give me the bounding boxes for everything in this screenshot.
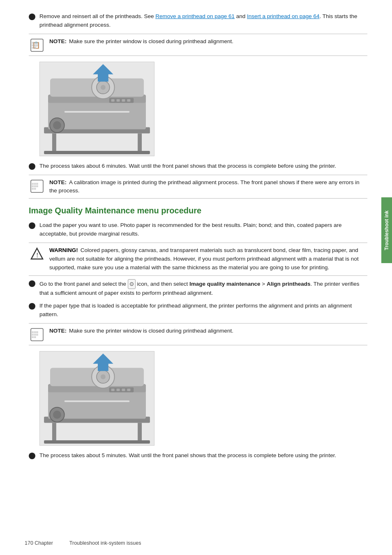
section-heading: Image Quality Maintenance menu procedure (29, 206, 367, 215)
svg-rect-16 (65, 111, 130, 113)
bullet4-bold1: Image quality maintenance (189, 281, 261, 287)
svg-text:≡≡: ≡≡ (32, 187, 36, 191)
note-box-3: ≡≡≡ ≡≡≡ ≡≡ NOTE:Make sure the printer wi… (29, 323, 367, 345)
bullet-item-4: Go to the front panel and select the ⊙ i… (29, 279, 367, 298)
note-text-1: NOTE:Make sure the printer window is clo… (49, 37, 367, 46)
side-tab: Troubleshoot ink (381, 197, 392, 263)
footer-subject: Troubleshoot ink-system issues (69, 540, 141, 546)
note-icon-1: 📋 ≡≡≡ ≡≡≡ ≡≡ (29, 38, 45, 52)
link-insert-printhead[interactable]: Insert a printhead on page 64 (247, 13, 319, 19)
svg-rect-7 (138, 133, 142, 152)
svg-point-47 (53, 411, 61, 419)
bullet-text-5: If the paper type that is loaded is acce… (39, 302, 367, 319)
note-icon-3: ≡≡≡ ≡≡≡ ≡≡ (29, 328, 45, 342)
warning-text-1: WARNING!Colored papers, glossy canvas, a… (49, 246, 367, 272)
printer-image-1 (39, 62, 154, 156)
page: Troubleshoot ink Remove and reinsert all… (0, 0, 392, 555)
bullet-text-6: The process takes about 5 minutes. Wait … (39, 451, 367, 460)
svg-rect-52 (127, 388, 130, 391)
image-quality-icon: ⊙ (128, 279, 136, 289)
note-content-2: A calibration image is printed during th… (49, 179, 360, 194)
bullet4-text-before: Go to the front panel and select the (39, 281, 128, 287)
footer: 170 Chapter Troubleshoot ink-system issu… (25, 540, 141, 546)
svg-rect-35 (52, 423, 56, 441)
bullet-text-4: Go to the front panel and select the ⊙ i… (39, 279, 367, 298)
svg-rect-23 (127, 99, 130, 102)
bullet-item-6: The process takes about 5 minutes. Wait … (29, 451, 367, 460)
bullet-dot-4 (29, 280, 35, 287)
bullet-item-1: Remove and reinsert all of the printhead… (29, 12, 367, 30)
svg-point-18 (53, 121, 61, 130)
printer-svg-1 (40, 62, 154, 156)
bullet1-text-before: Remove and reinsert all of the printhead… (39, 13, 155, 19)
bullet4-text-middle2: > (261, 281, 267, 287)
bullet-item-2: The process takes about 6 minutes. Wait … (29, 162, 367, 171)
bullet-text-3: Load the paper you want to use. Photo pa… (39, 221, 367, 238)
note-box-1: 📋 ≡≡≡ ≡≡≡ ≡≡ NOTE:Make sure the printer … (29, 34, 367, 56)
warning-label-1: WARNING! (49, 247, 78, 253)
warning-content-1: Colored papers, glossy canvas, and trans… (49, 247, 359, 271)
bullet4-bold2: Align printheads (267, 281, 311, 287)
svg-rect-20 (111, 99, 115, 102)
bullet-dot-1 (29, 14, 35, 20)
bullet-dot-2 (29, 163, 35, 170)
svg-rect-21 (117, 99, 120, 102)
svg-rect-8 (44, 151, 150, 154)
bullet-text-2: The process takes about 6 minutes. Wait … (39, 162, 367, 171)
printer-image-2 (39, 351, 154, 446)
warning-box-1: ! WARNING!Colored papers, glossy canvas,… (29, 243, 367, 276)
svg-rect-51 (122, 388, 125, 391)
note-icon-2: ≡≡≡ ≡≡≡ ≡≡ (29, 179, 45, 193)
bullet4-text-after-icon: icon, and then select (136, 281, 189, 287)
svg-rect-22 (122, 99, 125, 102)
bullet-dot-5 (29, 303, 35, 310)
svg-rect-45 (65, 400, 130, 402)
note-label-2: NOTE: (49, 179, 67, 185)
svg-point-14 (101, 85, 106, 90)
svg-text:!: ! (36, 252, 38, 259)
bullet-dot-6 (29, 453, 35, 459)
note-text-2: NOTE:A calibration image is printed duri… (49, 178, 367, 195)
note-content-1: Make sure the printer window is closed d… (69, 38, 233, 44)
bullet-item-5: If the paper type that is loaded is acce… (29, 302, 367, 319)
svg-text:≡≡: ≡≡ (32, 335, 36, 339)
note-content-3: Make sure the printer window is closed d… (69, 328, 233, 334)
bullet-dot-3 (29, 222, 35, 229)
svg-text:≡≡: ≡≡ (32, 46, 36, 50)
svg-rect-37 (44, 440, 150, 444)
side-tab-label: Troubleshoot ink (384, 210, 390, 250)
bullet-item-3: Load the paper you want to use. Photo pa… (29, 221, 367, 238)
svg-rect-50 (117, 388, 120, 391)
bullet-text-1: Remove and reinsert all of the printhead… (39, 12, 367, 30)
footer-chapter: 170 Chapter (25, 540, 53, 546)
svg-rect-6 (52, 133, 56, 152)
link-remove-printhead[interactable]: Remove a printhead on page 61 (155, 13, 235, 19)
svg-rect-49 (111, 388, 115, 391)
note-label-1: NOTE: (49, 38, 67, 44)
svg-point-43 (101, 374, 106, 379)
warning-icon-1: ! (29, 247, 45, 260)
note-label-3: NOTE: (49, 328, 67, 334)
svg-rect-36 (138, 423, 142, 441)
bullet1-text-middle: and (235, 13, 247, 19)
note-text-3: NOTE:Make sure the printer window is clo… (49, 327, 367, 335)
printer-svg-2 (40, 352, 154, 445)
note-box-2: ≡≡≡ ≡≡≡ ≡≡ NOTE:A calibration image is p… (29, 175, 367, 199)
